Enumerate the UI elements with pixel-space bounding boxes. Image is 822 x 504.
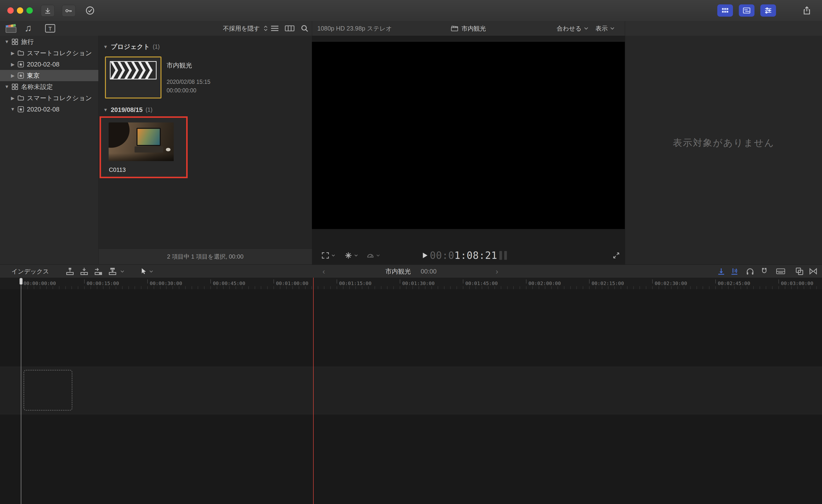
keyword-editor-button[interactable] [62,5,76,17]
play-icon [421,252,428,259]
timeline-project-name[interactable]: 市内観光 [385,267,411,276]
section-count: (1) [145,107,152,113]
disclosure-open-icon[interactable]: ▼ [9,107,17,112]
append-edit-icon [94,267,103,276]
viewer-timecode[interactable]: 00:01:08:21 [430,246,497,264]
play-button[interactable] [421,246,428,264]
effects-browser-button[interactable] [795,265,804,278]
timeline-area[interactable] [0,289,822,504]
expand-icon [612,252,620,259]
disclosure-open-icon[interactable]: ▼ [3,84,11,89]
clip-name: C0113 [109,166,126,173]
insert-edit-button[interactable] [80,265,88,278]
disclosure-closed-icon[interactable]: ▶ [9,73,17,78]
event-browser: ▼ プロジェクト (1) 市内観光 2020/02/08 15:15 00:00… [99,36,312,264]
timeline-toggle-button[interactable] [739,4,755,17]
sidebar-item-smart-collection[interactable]: ▶ スマートコレクション [0,47,98,59]
gap-clip-placeholder[interactable] [23,370,72,411]
section-title: プロジェクト [111,43,150,51]
view-dropdown[interactable]: 表示 [595,21,614,36]
timeline-history-forward-button[interactable]: › [496,265,498,278]
sidebar-item-label: 名称未設定 [21,83,53,91]
browser-section-date[interactable]: ▼ 2019/08/15 (1) [103,106,152,114]
browser-section-projects[interactable]: ▼ プロジェクト (1) [103,43,160,51]
import-media-button[interactable] [41,5,55,17]
sidebar-item-event-2020-02-08-2[interactable]: ▼ 2020-02-08 [0,104,98,115]
list-view-button[interactable] [270,21,279,36]
photos-audio-sidebar-tab[interactable]: ♫ [24,22,32,33]
sidebar-item-library-travel[interactable]: ▼ 旅行 [0,36,98,47]
append-edit-button[interactable] [94,265,103,278]
chevron-down-icon [376,254,380,257]
clip-appearance-button[interactable] [776,265,785,278]
media-sidebar-tab[interactable] [5,23,17,33]
minimize-window-button[interactable] [17,7,23,14]
disclosure-open-icon[interactable]: ▼ [103,44,108,50]
fit-dropdown-label: 合わせる [556,24,581,33]
retime-dropdown[interactable] [366,246,380,264]
background-tasks-button[interactable] [85,6,95,15]
audio-skimming-toggle-button[interactable] [730,265,739,278]
skimming-toggle-button[interactable] [717,265,726,278]
skimming-icon [717,267,726,276]
tool-selector-dropdown[interactable] [140,265,153,278]
selected-clip[interactable]: C0113 [99,116,187,178]
viewer-expand-button[interactable] [612,246,620,264]
disclosure-closed-icon[interactable]: ▶ [9,62,17,67]
viewer-display-options-dropdown[interactable] [321,246,335,264]
sidebar-item-smart-collection-2[interactable]: ▶ スマートコレクション [0,92,98,104]
zoom-window-button[interactable] [26,7,33,14]
chevron-down-icon [332,254,335,257]
share-button[interactable] [800,4,814,17]
timeline-ruler[interactable]: 00:00:00:0000:00:15:0000:00:30:0000:00:4… [0,278,822,289]
ruler-label: 00:01:30:00 [402,280,434,286]
svg-text:T: T [48,25,52,32]
chevron-down-icon [584,27,588,30]
share-icon [802,6,811,15]
titles-generators-sidebar-tab[interactable]: T [45,24,55,33]
sidebar-item-event-tokyo[interactable]: ▶ 東京 [0,70,98,81]
edit-options-chevron[interactable] [120,265,124,278]
magnet-icon [760,267,769,276]
disclosure-closed-icon[interactable]: ▶ [9,50,17,56]
viewer-canvas[interactable] [312,42,625,229]
sidebar-item-library-untitled[interactable]: ▼ 名称未設定 [0,81,98,92]
playhead[interactable] [21,278,21,504]
audio-meters[interactable] [499,251,507,260]
view-dropdown-label: 表示 [595,24,608,33]
solo-toggle-button[interactable] [746,265,755,278]
disclosure-open-icon[interactable]: ▼ [103,107,108,113]
search-button[interactable] [301,21,309,36]
ruler-label: 00:02:00:00 [528,280,561,286]
transitions-browser-button[interactable] [809,265,818,278]
playhead-handle[interactable] [20,278,22,285]
connect-edit-button[interactable] [66,265,74,278]
disclosure-closed-icon[interactable]: ▶ [9,95,17,101]
speedometer-icon [366,251,375,260]
ruler-label: 00:01:00:00 [276,280,308,286]
filmstrip-view-button[interactable] [285,21,295,36]
library-icon [11,38,19,45]
project-name: 市内観光 [166,61,192,70]
browser-toggle-button[interactable] [717,4,733,17]
timecode-bright: 1:08:21 [454,250,497,261]
sidebar-item-label: 2020-02-08 [27,106,59,113]
clip-thumbnail[interactable] [109,122,174,161]
sidebar-item-event-2020-02-08[interactable]: ▶ 2020-02-08 [0,59,98,70]
inspector-toggle-button[interactable] [760,4,776,17]
close-window-button[interactable] [7,7,14,14]
disclosure-open-icon[interactable]: ▼ [3,39,11,44]
timeline-history-back-button[interactable]: ‹ [323,265,325,278]
libraries-sidebar: ▼ 旅行 ▶ スマートコレクション ▶ [0,36,99,264]
ruler-tick [337,279,337,284]
timeline-index-button[interactable]: インデックス [11,265,49,278]
overwrite-edit-icon [108,267,117,276]
enhancements-dropdown[interactable] [344,246,358,264]
project-thumbnail[interactable] [105,56,161,99]
fit-dropdown[interactable]: 合わせる [556,21,588,36]
overwrite-edit-button[interactable] [108,265,117,278]
filter-dropdown[interactable]: 不採用を隠す [223,21,268,36]
section-count: (1) [153,44,159,50]
snapping-toggle-button[interactable] [760,265,769,278]
ruler-label: 00:02:15:00 [591,280,624,286]
